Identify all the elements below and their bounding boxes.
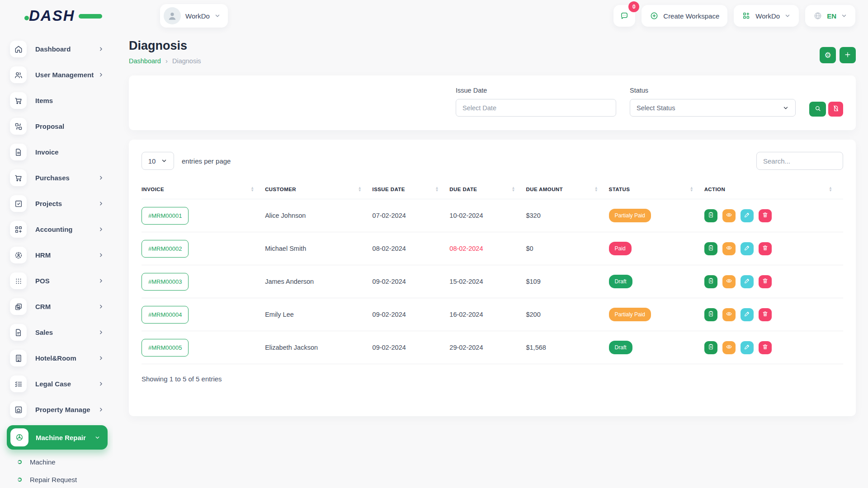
sidebar-item-hotel-room[interactable]: Hotel&Room	[0, 345, 113, 371]
svg-text:$: $	[710, 280, 712, 282]
reset-filter-button[interactable]	[828, 102, 843, 117]
view-button[interactable]	[722, 242, 736, 255]
sort-icon[interactable]: ▲▼	[358, 187, 368, 192]
view-button[interactable]	[722, 275, 736, 288]
due-amount-cell: $109	[526, 265, 609, 298]
sidebar-item-purchases[interactable]: Purchases	[0, 165, 113, 191]
edit-button[interactable]	[741, 308, 754, 321]
sidebar-sub-items: Machine Repair Request	[0, 453, 113, 488]
sidebar-item-crm[interactable]: CRM	[0, 294, 113, 319]
workspace-menu-button[interactable]: WorkDo	[734, 5, 799, 27]
status-filter: Status Select Status	[630, 87, 796, 117]
status-badge: Draft	[609, 341, 632, 354]
edit-button[interactable]	[741, 275, 754, 288]
settings-button[interactable]: ⚙	[820, 47, 836, 63]
invoice-number-badge[interactable]: #MRM00004	[142, 306, 189, 324]
edit-button[interactable]	[741, 242, 754, 255]
sidebar-item-label: CRM	[35, 303, 98, 310]
payment-button[interactable]: $	[704, 209, 717, 222]
customer-cell: Michael Smith	[265, 232, 372, 265]
sidebar-subitem-label: Repair Request	[30, 476, 77, 483]
sidebar-item-property-manage[interactable]: Property Manage	[0, 397, 113, 422]
invoice-number-badge[interactable]: #MRM00001	[142, 207, 189, 225]
column-header-issue-date[interactable]: ISSUE DATE ▲▼	[373, 180, 450, 199]
edit-button[interactable]	[741, 209, 754, 222]
payment-button[interactable]: $	[704, 275, 717, 288]
delete-button[interactable]	[759, 242, 772, 255]
delete-button[interactable]	[759, 275, 772, 288]
edit-button[interactable]	[741, 341, 754, 354]
apply-filter-button[interactable]	[809, 102, 826, 117]
column-header-invoice[interactable]: INVOICE ▲▼	[142, 180, 265, 199]
delete-button[interactable]	[759, 308, 772, 321]
sidebar-item-label: Property Manage	[35, 406, 98, 413]
invoice-number-badge[interactable]: #MRM00005	[142, 339, 189, 357]
invoice-number-badge[interactable]: #MRM00003	[142, 273, 189, 291]
sidebar-item-machine-repair[interactable]: Machine Repair	[7, 425, 108, 450]
sort-icon[interactable]: ▲▼	[829, 187, 839, 192]
language-selector[interactable]: EN	[805, 5, 855, 27]
create-workspace-button[interactable]: Create Workspace	[642, 5, 727, 27]
workspace-selector-label: WorkDo	[185, 12, 210, 20]
chevron-down-icon	[841, 13, 847, 19]
sidebar-item-label: Machine Repair	[36, 434, 94, 441]
payment-button[interactable]: $	[704, 341, 717, 354]
add-diagnosis-button[interactable]	[840, 47, 856, 63]
breadcrumb-separator-icon: ›	[165, 57, 168, 65]
filter-card: Issue Date Status Select Status	[129, 75, 856, 130]
table-row: #MRM00001 Alice Johnson 07-02-2024 10-02…	[142, 199, 843, 232]
sort-icon[interactable]: ▲▼	[512, 187, 522, 192]
due-amount-cell: $200	[526, 298, 609, 331]
sidebar-item-label: Proposal	[35, 122, 98, 130]
sidebar-item-pos[interactable]: POS	[0, 268, 113, 294]
payment-button[interactable]: $	[704, 308, 717, 321]
status-select[interactable]: Select Status	[630, 99, 796, 117]
sidebar-item-proposal[interactable]: Proposal	[0, 113, 113, 139]
breadcrumb-dashboard-link[interactable]: Dashboard	[129, 57, 161, 65]
sort-icon[interactable]: ▲▼	[594, 187, 604, 192]
sidebar-item-hrm[interactable]: HRM	[0, 242, 113, 268]
search-icon	[814, 105, 821, 113]
chevron-right-icon	[98, 252, 104, 258]
view-button[interactable]	[722, 308, 736, 321]
sort-icon[interactable]: ▲▼	[690, 187, 700, 192]
column-header-due-date[interactable]: DUE DATE ▲▼	[449, 180, 526, 199]
sidebar-item-label: HRM	[35, 251, 98, 259]
sidebar-item-invoice[interactable]: Invoice	[0, 139, 113, 165]
sort-icon[interactable]: ▲▼	[435, 187, 445, 192]
column-header-due-amount[interactable]: DUE AMOUNT ▲▼	[526, 180, 609, 199]
table-search-input[interactable]	[756, 152, 843, 170]
sidebar-item-sales[interactable]: Sales	[0, 319, 113, 345]
column-header-customer[interactable]: CUSTOMER ▲▼	[265, 180, 372, 199]
payment-button[interactable]: $	[704, 242, 717, 255]
sidebar-item-dashboard[interactable]: Dashboard	[0, 36, 113, 62]
sidebar-item-user-management[interactable]: User Management	[0, 62, 113, 88]
issue-date-input[interactable]	[456, 99, 616, 117]
invoice-number-badge[interactable]: #MRM00002	[142, 240, 189, 258]
file-icon	[10, 324, 27, 341]
column-header-action[interactable]: ACTION ▲▼	[704, 180, 843, 199]
messages-button[interactable]: 0	[613, 5, 635, 27]
delete-button[interactable]	[759, 209, 772, 222]
delete-button[interactable]	[759, 341, 772, 354]
sidebar-item-accounting[interactable]: Accounting	[0, 216, 113, 242]
globe-icon	[813, 11, 822, 20]
sidebar-subitem-repair-request[interactable]: Repair Request	[0, 471, 113, 488]
sort-icon[interactable]: ▲▼	[250, 187, 260, 192]
view-button[interactable]	[722, 209, 736, 222]
page-size-select[interactable]: 10	[142, 152, 174, 170]
sidebar-item-projects[interactable]: Projects	[0, 191, 113, 216]
due-amount-cell: $320	[526, 199, 609, 232]
workspace-selector[interactable]: WorkDo	[160, 4, 228, 28]
app-logo[interactable]: DASH	[29, 7, 106, 24]
view-button[interactable]	[722, 341, 736, 354]
invoice-icon	[10, 144, 27, 160]
column-header-status[interactable]: STATUS ▲▼	[609, 180, 704, 199]
eye-icon	[726, 310, 732, 319]
sidebar-subitem-machine[interactable]: Machine	[0, 453, 113, 471]
sidebar-item-legal-case[interactable]: Legal Case	[0, 371, 113, 397]
trash-icon	[762, 310, 769, 319]
property-icon	[10, 401, 27, 418]
sidebar-item-items[interactable]: Items	[0, 88, 113, 113]
grid-plus-icon	[742, 11, 751, 20]
